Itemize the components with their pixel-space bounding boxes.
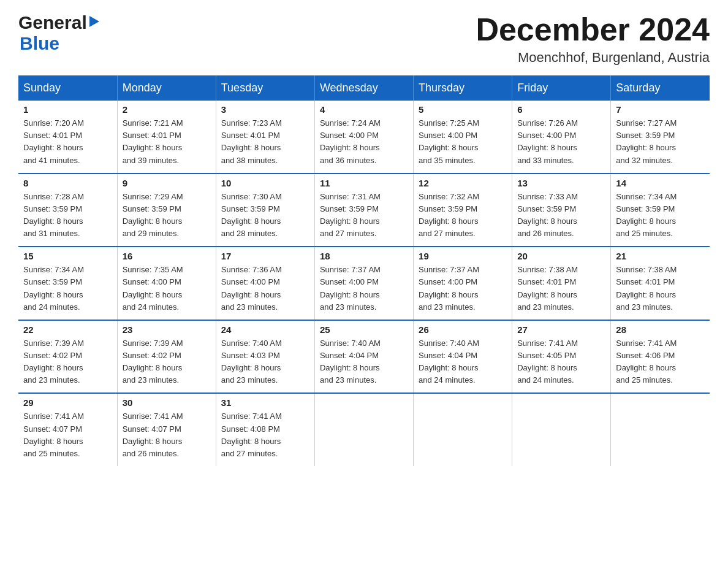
- header-saturday: Saturday: [611, 75, 710, 101]
- day-info: Sunrise: 7:39 AMSunset: 4:02 PMDaylight:…: [23, 337, 112, 387]
- day-info: Sunrise: 7:27 AMSunset: 3:59 PMDaylight:…: [616, 117, 705, 167]
- calendar-cell: 26 Sunrise: 7:40 AMSunset: 4:04 PMDaylig…: [414, 320, 512, 394]
- day-info: Sunrise: 7:30 AMSunset: 3:59 PMDaylight:…: [221, 191, 309, 240]
- calendar-cell: 19 Sunrise: 7:37 AMSunset: 4:00 PMDaylig…: [414, 247, 512, 320]
- header-friday: Friday: [512, 75, 611, 101]
- calendar-week-row: 22 Sunrise: 7:39 AMSunset: 4:02 PMDaylig…: [18, 320, 710, 394]
- day-info: Sunrise: 7:23 AMSunset: 4:01 PMDaylight:…: [221, 117, 309, 167]
- calendar-cell: 24 Sunrise: 7:40 AMSunset: 4:03 PMDaylig…: [216, 320, 314, 394]
- day-number: 31: [221, 397, 309, 408]
- calendar-cell: 31 Sunrise: 7:41 AMSunset: 4:08 PMDaylig…: [216, 393, 314, 466]
- logo-triangle-icon: [89, 16, 99, 27]
- day-info: Sunrise: 7:20 AMSunset: 4:01 PMDaylight:…: [23, 117, 112, 167]
- day-number: 15: [23, 251, 112, 261]
- day-number: 2: [123, 104, 211, 115]
- calendar-cell: 22 Sunrise: 7:39 AMSunset: 4:02 PMDaylig…: [18, 320, 117, 394]
- day-number: 23: [123, 324, 211, 335]
- day-number: 12: [419, 178, 507, 188]
- day-number: 1: [23, 104, 112, 115]
- page-subtitle: Moenchhof, Burgenland, Austria: [476, 50, 710, 66]
- logo-general-text: General: [18, 12, 87, 33]
- calendar-cell: 12 Sunrise: 7:32 AMSunset: 3:59 PMDaylig…: [414, 174, 512, 247]
- calendar-cell: 8 Sunrise: 7:28 AMSunset: 3:59 PMDayligh…: [18, 174, 117, 247]
- calendar-cell: [611, 393, 710, 466]
- day-info: Sunrise: 7:21 AMSunset: 4:01 PMDaylight:…: [123, 117, 211, 167]
- calendar-cell: 14 Sunrise: 7:34 AMSunset: 3:59 PMDaylig…: [611, 174, 710, 247]
- calendar-cell: 20 Sunrise: 7:38 AMSunset: 4:01 PMDaylig…: [512, 247, 611, 320]
- day-info: Sunrise: 7:39 AMSunset: 4:02 PMDaylight:…: [123, 337, 211, 387]
- calendar-cell: 3 Sunrise: 7:23 AMSunset: 4:01 PMDayligh…: [216, 101, 314, 174]
- calendar-week-row: 8 Sunrise: 7:28 AMSunset: 3:59 PMDayligh…: [18, 174, 710, 247]
- calendar-cell: 17 Sunrise: 7:36 AMSunset: 4:00 PMDaylig…: [216, 247, 314, 320]
- calendar-cell: 28 Sunrise: 7:41 AMSunset: 4:06 PMDaylig…: [611, 320, 710, 394]
- day-number: 29: [23, 397, 112, 408]
- day-number: 20: [517, 251, 605, 261]
- day-number: 13: [517, 178, 605, 188]
- calendar-cell: 13 Sunrise: 7:33 AMSunset: 3:59 PMDaylig…: [512, 174, 611, 247]
- calendar-cell: 29 Sunrise: 7:41 AMSunset: 4:07 PMDaylig…: [18, 393, 117, 466]
- day-info: Sunrise: 7:35 AMSunset: 4:00 PMDaylight:…: [123, 264, 211, 313]
- day-number: 4: [320, 104, 408, 115]
- calendar-cell: 6 Sunrise: 7:26 AMSunset: 4:00 PMDayligh…: [512, 101, 611, 174]
- day-number: 30: [123, 397, 211, 408]
- calendar-cell: 2 Sunrise: 7:21 AMSunset: 4:01 PMDayligh…: [117, 101, 216, 174]
- day-number: 5: [419, 104, 507, 115]
- calendar-cell: [314, 393, 413, 466]
- day-info: Sunrise: 7:41 AMSunset: 4:07 PMDaylight:…: [123, 410, 211, 460]
- calendar-cell: 27 Sunrise: 7:41 AMSunset: 4:05 PMDaylig…: [512, 320, 611, 394]
- header-monday: Monday: [117, 75, 216, 101]
- calendar-week-row: 1 Sunrise: 7:20 AMSunset: 4:01 PMDayligh…: [18, 101, 710, 174]
- day-info: Sunrise: 7:33 AMSunset: 3:59 PMDaylight:…: [517, 191, 605, 240]
- day-info: Sunrise: 7:32 AMSunset: 3:59 PMDaylight:…: [419, 191, 507, 240]
- calendar-cell: 15 Sunrise: 7:34 AMSunset: 3:59 PMDaylig…: [18, 247, 117, 320]
- day-number: 6: [517, 104, 605, 115]
- logo-line1: General: [18, 12, 99, 33]
- day-info: Sunrise: 7:29 AMSunset: 3:59 PMDaylight:…: [123, 191, 211, 240]
- calendar-table: Sunday Monday Tuesday Wednesday Thursday…: [18, 75, 710, 466]
- day-number: 11: [320, 178, 408, 188]
- day-info: Sunrise: 7:38 AMSunset: 4:01 PMDaylight:…: [616, 264, 705, 313]
- day-info: Sunrise: 7:37 AMSunset: 4:00 PMDaylight:…: [419, 264, 507, 313]
- day-number: 7: [616, 104, 705, 115]
- header-wednesday: Wednesday: [314, 75, 413, 101]
- day-info: Sunrise: 7:37 AMSunset: 4:00 PMDaylight:…: [320, 264, 408, 313]
- day-number: 28: [616, 324, 705, 335]
- day-number: 22: [23, 324, 112, 335]
- day-number: 10: [221, 178, 309, 188]
- day-number: 24: [221, 324, 309, 335]
- day-number: 8: [23, 178, 112, 188]
- day-info: Sunrise: 7:40 AMSunset: 4:04 PMDaylight:…: [320, 337, 408, 387]
- day-number: 21: [616, 251, 705, 261]
- day-info: Sunrise: 7:31 AMSunset: 3:59 PMDaylight:…: [320, 191, 408, 240]
- day-number: 27: [517, 324, 605, 335]
- day-number: 26: [419, 324, 507, 335]
- day-number: 9: [123, 178, 211, 188]
- day-info: Sunrise: 7:25 AMSunset: 4:00 PMDaylight:…: [419, 117, 507, 167]
- header-sunday: Sunday: [18, 75, 117, 101]
- day-number: 18: [320, 251, 408, 261]
- day-info: Sunrise: 7:26 AMSunset: 4:00 PMDaylight:…: [517, 117, 605, 167]
- day-info: Sunrise: 7:41 AMSunset: 4:05 PMDaylight:…: [517, 337, 605, 387]
- calendar-week-row: 29 Sunrise: 7:41 AMSunset: 4:07 PMDaylig…: [18, 393, 710, 466]
- calendar-cell: 1 Sunrise: 7:20 AMSunset: 4:01 PMDayligh…: [18, 101, 117, 174]
- calendar-cell: 10 Sunrise: 7:30 AMSunset: 3:59 PMDaylig…: [216, 174, 314, 247]
- header-tuesday: Tuesday: [216, 75, 314, 101]
- calendar-cell: 23 Sunrise: 7:39 AMSunset: 4:02 PMDaylig…: [117, 320, 216, 394]
- day-info: Sunrise: 7:28 AMSunset: 3:59 PMDaylight:…: [23, 191, 112, 240]
- calendar-cell: 7 Sunrise: 7:27 AMSunset: 3:59 PMDayligh…: [611, 101, 710, 174]
- day-number: 17: [221, 251, 309, 261]
- calendar-cell: 16 Sunrise: 7:35 AMSunset: 4:00 PMDaylig…: [117, 247, 216, 320]
- day-info: Sunrise: 7:41 AMSunset: 4:07 PMDaylight:…: [23, 410, 112, 460]
- title-area: December 2024 Moenchhof, Burgenland, Aus…: [476, 12, 710, 66]
- calendar-cell: 11 Sunrise: 7:31 AMSunset: 3:59 PMDaylig…: [314, 174, 413, 247]
- calendar-cell: 30 Sunrise: 7:41 AMSunset: 4:07 PMDaylig…: [117, 393, 216, 466]
- page-title: December 2024: [476, 12, 710, 47]
- day-info: Sunrise: 7:34 AMSunset: 3:59 PMDaylight:…: [616, 191, 705, 240]
- day-info: Sunrise: 7:40 AMSunset: 4:04 PMDaylight:…: [419, 337, 507, 387]
- calendar-cell: [512, 393, 611, 466]
- logo: General Blue: [18, 12, 99, 54]
- logo-blue-text: Blue: [20, 33, 59, 54]
- day-info: Sunrise: 7:41 AMSunset: 4:08 PMDaylight:…: [221, 410, 309, 460]
- calendar-cell: [414, 393, 512, 466]
- header-thursday: Thursday: [414, 75, 512, 101]
